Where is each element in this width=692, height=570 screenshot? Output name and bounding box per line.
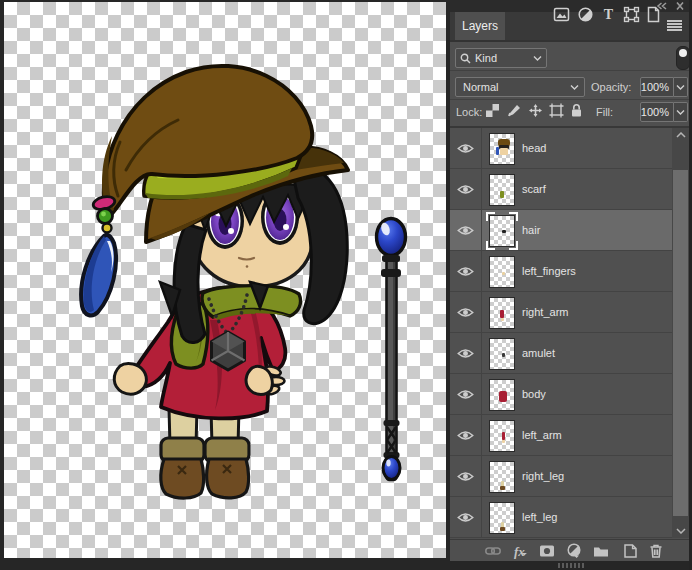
layer-list-scrollbar[interactable] xyxy=(672,128,689,538)
lock-label: Lock: xyxy=(456,106,482,118)
visibility-eye-icon[interactable] xyxy=(450,251,482,291)
layer-thumbnail[interactable] xyxy=(489,379,515,411)
close-icon[interactable] xyxy=(674,2,686,10)
visibility-eye-icon[interactable] xyxy=(450,128,482,168)
opacity-label: Opacity: xyxy=(591,81,631,93)
adjustment-filter-icon[interactable] xyxy=(577,6,594,23)
divider xyxy=(450,40,692,42)
beads-feather-group xyxy=(81,195,116,316)
layer-name: right_leg xyxy=(522,456,564,496)
delete-layer-icon[interactable] xyxy=(648,543,664,559)
panel-bottom-strip xyxy=(450,561,692,570)
layers-panel: Layers Kind xyxy=(450,0,692,570)
visibility-eye-icon[interactable] xyxy=(450,415,482,455)
layer-row-body[interactable]: body xyxy=(450,374,672,415)
visibility-eye-icon[interactable] xyxy=(450,497,482,537)
fill-value[interactable]: 100% xyxy=(640,102,674,122)
svg-text:fx: fx xyxy=(514,544,525,559)
divider xyxy=(450,70,689,71)
layer-thumbnail[interactable] xyxy=(489,133,515,165)
panel-resize-grip[interactable] xyxy=(558,563,584,568)
opacity-value[interactable]: 100% xyxy=(640,77,674,97)
layer-row-right-arm[interactable]: right_arm xyxy=(450,292,672,333)
layer-thumbnail[interactable] xyxy=(489,502,515,534)
visibility-eye-icon[interactable] xyxy=(450,333,482,373)
layer-filtering-toggle[interactable] xyxy=(676,46,690,70)
lock-transparent-pixels-icon[interactable] xyxy=(485,103,500,118)
visibility-eye-icon[interactable] xyxy=(450,169,482,209)
layer-row-right-leg[interactable]: right_leg xyxy=(450,456,672,497)
add-layer-mask-icon[interactable] xyxy=(539,543,555,559)
layer-name: left_fingers xyxy=(522,251,576,291)
visibility-eye-icon[interactable] xyxy=(450,456,482,496)
panel-menu-icon[interactable] xyxy=(667,20,682,31)
layer-row-left-arm[interactable]: left_arm xyxy=(450,415,672,456)
opacity-dropdown-icon[interactable] xyxy=(674,77,688,97)
chevron-down-icon xyxy=(533,55,542,61)
layer-name: head xyxy=(522,128,546,168)
layer-name: hair xyxy=(522,210,540,250)
layer-name: scarf xyxy=(522,169,546,209)
layer-thumbnail[interactable] xyxy=(489,420,515,452)
new-adjustment-layer-icon[interactable] xyxy=(566,543,582,559)
svg-text:T: T xyxy=(604,7,614,22)
scrollbar-thumb[interactable] xyxy=(673,170,688,516)
layer-row-head[interactable]: head xyxy=(450,128,672,169)
visibility-eye-icon[interactable] xyxy=(450,374,482,414)
search-icon xyxy=(460,53,471,64)
document-canvas[interactable] xyxy=(4,2,446,558)
chevron-down-icon xyxy=(570,84,579,90)
lock-artboard-icon[interactable] xyxy=(549,103,564,118)
layer-effects-icon[interactable]: fx xyxy=(512,543,534,559)
layer-name: right_arm xyxy=(522,292,568,332)
layer-thumbnail[interactable] xyxy=(489,338,515,370)
layer-thumbnail[interactable] xyxy=(489,174,515,206)
layer-name: left_arm xyxy=(522,415,562,455)
new-layer-icon[interactable] xyxy=(622,543,638,559)
divider xyxy=(450,99,689,100)
layer-thumbnail[interactable] xyxy=(489,297,515,329)
layers-panel-toolbar: fx xyxy=(450,539,689,561)
layer-thumbnail[interactable] xyxy=(489,461,515,493)
shape-filter-icon[interactable] xyxy=(623,6,640,23)
type-filter-icon[interactable]: T xyxy=(600,6,617,23)
layer-list: head scarf hair left_fingers right_arm xyxy=(450,128,689,538)
layer-row-hair[interactable]: hair xyxy=(450,210,672,251)
photoshop-window: Layers Kind xyxy=(0,0,692,570)
link-layers-icon[interactable] xyxy=(485,543,501,559)
filter-kind-select[interactable]: Kind xyxy=(455,48,547,68)
new-group-icon[interactable] xyxy=(593,543,609,559)
layer-name: body xyxy=(522,374,546,414)
lock-position-icon[interactable] xyxy=(528,103,543,118)
lock-image-pixels-icon[interactable] xyxy=(507,103,522,118)
fill-label: Fill: xyxy=(596,106,613,118)
scroll-down-icon[interactable] xyxy=(672,524,689,538)
layer-name: left_leg xyxy=(522,497,557,537)
pixel-filter-icon[interactable] xyxy=(553,6,570,23)
layer-thumbnail[interactable] xyxy=(489,256,515,288)
smart-object-filter-icon[interactable] xyxy=(645,6,662,23)
visibility-eye-icon[interactable] xyxy=(450,292,482,332)
legs-group xyxy=(161,408,249,498)
visibility-eye-icon[interactable] xyxy=(450,210,482,250)
layer-name: amulet xyxy=(522,333,555,373)
layer-row-amulet[interactable]: amulet xyxy=(450,333,672,374)
staff-group xyxy=(377,219,406,481)
tab-layers[interactable]: Layers xyxy=(455,12,505,40)
lock-all-icon[interactable] xyxy=(569,103,584,118)
character-illustration xyxy=(4,2,446,558)
blend-mode-select[interactable]: Normal xyxy=(455,77,585,97)
fill-dropdown-icon[interactable] xyxy=(674,102,688,122)
layer-row-left-leg[interactable]: left_leg xyxy=(450,497,672,538)
layer-row-left-fingers[interactable]: left_fingers xyxy=(450,251,672,292)
scroll-up-icon[interactable] xyxy=(672,128,689,142)
layer-row-scarf[interactable]: scarf xyxy=(450,169,672,210)
